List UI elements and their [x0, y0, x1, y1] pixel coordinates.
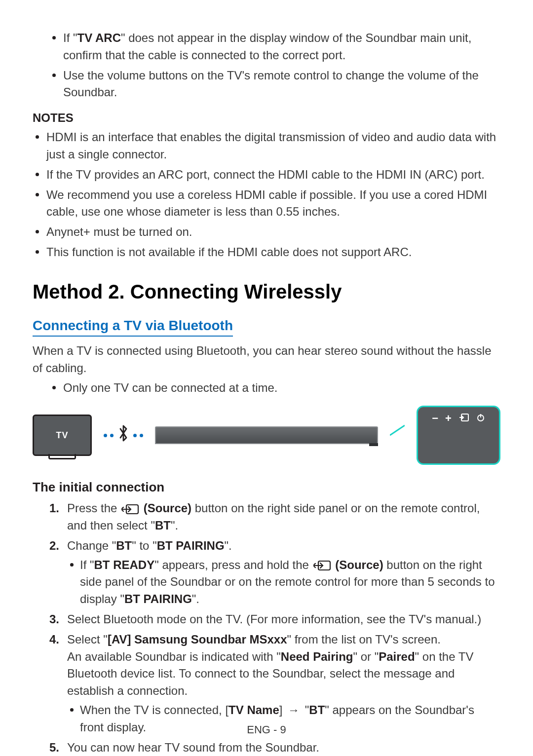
text-bold: BT: [155, 519, 171, 532]
notes-list: HDMI is an interface that enables the di…: [33, 129, 500, 261]
text: Select ": [67, 633, 108, 646]
text: ".: [192, 592, 199, 605]
text: ".: [171, 519, 178, 532]
text-bold: BT PAIRING: [157, 539, 225, 552]
volume-up-icon: +: [445, 412, 452, 425]
soundbar-side-panel: − +: [417, 406, 500, 465]
dot-icon: [104, 434, 107, 437]
text-bold: TV ARC: [77, 31, 121, 44]
steps-list: Press the (Source) button on the right s…: [49, 500, 500, 756]
source-button-icon: [121, 504, 139, 515]
text-bold: BT: [116, 539, 132, 552]
soundbar-icon: [155, 426, 378, 444]
dot-icon: [140, 434, 143, 437]
text-bold: (Source): [332, 558, 383, 571]
intro-text: When a TV is connected using Bluetooth, …: [33, 342, 500, 377]
list-item: We recommend you use a coreless HDMI cab…: [33, 187, 500, 221]
step-item: You can now hear TV sound from the Sound…: [49, 739, 500, 756]
bluetooth-diagram: TV − +: [33, 406, 500, 465]
text: " to ": [132, 539, 156, 552]
text: ".: [225, 539, 232, 552]
tv-icon: TV: [33, 415, 92, 456]
text: " appears, press and hold the: [154, 558, 312, 571]
initial-connection-heading: The initial connection: [33, 480, 500, 495]
text-bold: TV Name: [228, 703, 279, 717]
text: ]: [279, 703, 286, 717]
list-item: If "TV ARC" does not appear in the displ…: [49, 30, 500, 64]
list-item: If "BT READY" appears, press and hold th…: [67, 557, 500, 608]
notes-heading: NOTES: [33, 111, 500, 125]
text-bold: Need Pairing: [281, 650, 353, 663]
list-item: If the TV provides an ARC port, connect …: [33, 166, 500, 184]
bluetooth-link-icon: [104, 424, 143, 446]
top-bullet-list: If "TV ARC" does not appear in the displ…: [49, 30, 500, 101]
text: " does not appear in the display window …: [63, 31, 471, 62]
volume-down-icon: −: [432, 412, 438, 425]
step-item: Change "BT" to "BT PAIRING". If "BT READ…: [49, 537, 500, 608]
source-icon: [458, 412, 469, 425]
step-item: Select Bluetooth mode on the TV. (For mo…: [49, 611, 500, 628]
tv-label: TV: [56, 430, 68, 441]
text-bold: (Source): [140, 501, 191, 515]
text: When the TV is connected, [: [80, 703, 228, 717]
list-item: Use the volume buttons on the TV's remot…: [49, 67, 500, 102]
text: If ": [80, 558, 94, 571]
dot-icon: [110, 434, 114, 437]
callout-line-icon: [390, 420, 405, 450]
bluetooth-icon: [117, 424, 129, 446]
text-bold: BT: [309, 703, 325, 717]
text: An available Soundbar is indicated with …: [67, 650, 281, 663]
list-item: HDMI is an interface that enables the di…: [33, 129, 500, 163]
list-item: Only one TV can be connected at a time.: [49, 379, 500, 397]
text: If ": [63, 31, 77, 44]
step-item: Press the (Source) button on the right s…: [49, 500, 500, 534]
text-bold: Paired: [379, 650, 415, 663]
text-bold: [AV] Samsung Soundbar MSxxx: [108, 633, 287, 646]
text-bold: BT PAIRING: [124, 592, 192, 605]
section-heading: Method 2. Connecting Wirelessly: [33, 281, 500, 303]
text: " from the list on TV's screen.: [287, 633, 441, 646]
source-button-icon: [313, 560, 331, 571]
list-item: Anynet+ must be turned on.: [33, 224, 500, 241]
svg-line-0: [390, 425, 405, 435]
subsection-heading: Connecting a TV via Bluetooth: [33, 318, 233, 337]
text-bold: BT READY: [94, 558, 155, 571]
text: " or ": [353, 650, 379, 663]
power-icon: [476, 412, 485, 425]
bt-sub-list: Only one TV can be connected at a time.: [49, 379, 500, 397]
page-footer: ENG - 9: [0, 723, 533, 736]
text: Use the volume buttons on the TV's remot…: [63, 69, 479, 99]
step-item: Select "[AV] Samsung Soundbar MSxxx" fro…: [49, 631, 500, 736]
sub-bullet-list: If "BT READY" appears, press and hold th…: [67, 557, 500, 608]
dot-icon: [133, 434, 137, 437]
text: ": [302, 703, 309, 717]
list-item: This function is not available if the HD…: [33, 244, 500, 261]
text: Press the: [67, 501, 120, 515]
arrow-icon: →: [288, 703, 300, 717]
text: Change ": [67, 539, 116, 552]
